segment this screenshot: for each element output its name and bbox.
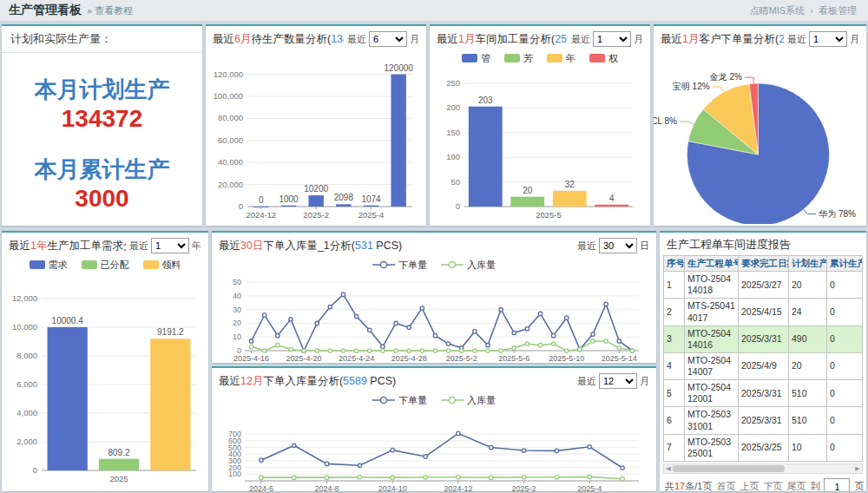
legend-swatch-icon [547, 54, 562, 62]
table-cell: 24 [789, 299, 827, 325]
legend-item[interactable]: 下单量 [372, 392, 427, 408]
svg-text:100,000: 100,000 [214, 91, 243, 101]
demand-bar-chart: 02,0004,0006,0008,00010,00012,00010000.4… [2, 274, 205, 490]
table-row[interactable]: 5MTO-2504120012025/3/315100 [664, 380, 863, 407]
view-tutorial-link[interactable]: » 查看教程 [87, 4, 133, 17]
table-row[interactable]: 6MTO-2503310012025/3/315100 [664, 407, 863, 434]
period-select[interactable]: 1 [151, 238, 189, 253]
legend-swatch-icon [30, 260, 45, 269]
legend-swatch-icon [462, 54, 477, 62]
table-cell: 2025/4/15 [739, 299, 789, 325]
table-cell: 3 [664, 325, 685, 352]
period-select[interactable]: 30 [599, 238, 637, 253]
period-select[interactable]: 6 [369, 31, 407, 47]
svg-text:2025-5: 2025-5 [536, 210, 562, 220]
mis-system-link[interactable]: 点晴MIS系统 [750, 5, 806, 16]
svg-text:金龙 2%: 金龙 2% [709, 72, 742, 82]
table-cell: 10 [789, 434, 827, 461]
svg-text:2024-12: 2024-12 [444, 484, 472, 491]
svg-text:60,000: 60,000 [218, 135, 243, 145]
table-cell: 0 [827, 434, 863, 461]
legend-item[interactable]: 芳 [504, 50, 533, 66]
svg-text:2025: 2025 [109, 474, 128, 483]
svg-text:8,000: 8,000 [16, 351, 37, 360]
last-page-link[interactable]: 尾页 [786, 480, 806, 491]
table-cell: 2025/3/29 [739, 461, 789, 462]
daily-line-chart: 010203040502025-4-162025-4-202025-4-2420… [212, 274, 653, 363]
table-row[interactable]: 1MTO-2504140182025/3/27200 [664, 272, 863, 299]
stat-actual-label: 本月累计生产 [2, 155, 202, 184]
table-cell: 2025/3/31 [739, 325, 789, 352]
svg-text:40,000: 40,000 [218, 157, 243, 167]
panel-title: 最近1年生产加工单需求分析(20000.8 [9, 239, 126, 253]
legend-item[interactable]: 年 [547, 50, 575, 66]
table-cell: 2025/4/9 [739, 352, 789, 379]
legend-item[interactable]: 入库量 [441, 392, 496, 408]
svg-text:80,000: 80,000 [218, 113, 243, 122]
svg-text:4: 4 [609, 194, 615, 203]
table-cell: 2 [664, 299, 685, 325]
table-cell: 20 [789, 352, 827, 379]
scroll-left-icon[interactable]: ◀ [664, 465, 673, 472]
table-cell: MTO-250322005 [685, 461, 739, 462]
monthly-line-chart: 1002003004005006007002024-62024-82024-10… [212, 410, 653, 491]
legend-item[interactable]: 需求 [30, 257, 68, 273]
period-select[interactable]: 1 [809, 31, 847, 47]
table-cell: 7 [664, 434, 685, 461]
period-control: 最近 1 月 [787, 31, 859, 47]
table-row[interactable]: 4MTO-2504140072025/4/9200 [664, 352, 863, 379]
panel-demand: 最近1年生产加工单需求分析(20000.8 最近 1 年 需求已分配领料 02,… [2, 231, 208, 491]
svg-text:宝明 12%: 宝明 12% [673, 82, 710, 91]
table-cell: 8 [664, 461, 685, 462]
table-header-row: 序号生产工程单号要求完工日期计划生产数累计生产数 [664, 256, 863, 272]
monthly-legend: 下单量入库量 [212, 392, 656, 410]
panel-plan-actual: 计划和实际生产量： 本月计划生产 134372 本月累计生产 3000 [2, 24, 202, 226]
period-select[interactable]: 1 [593, 31, 631, 47]
panel-monthly-orders: 最近12月下单入库量分析(5589 PCS) 最近 12 月 下单量入库量 10… [212, 366, 656, 491]
period-control: 最近 1 年 [129, 238, 201, 253]
table-cell: MTO-250325001 [685, 434, 739, 461]
next-page-link[interactable]: 下页 [763, 480, 782, 491]
table-cell: 0 [827, 380, 863, 407]
breadcrumb: 点晴MIS系统 › 看板管理 [747, 4, 859, 17]
svg-text:50: 50 [233, 278, 241, 286]
legend-item[interactable]: 管 [462, 50, 490, 66]
table-cell: 0 [827, 352, 863, 379]
period-select[interactable]: 12 [599, 373, 637, 389]
table-cell: MTO-250414007 [685, 352, 739, 379]
board-manage-link[interactable]: 看板管理 [819, 5, 857, 16]
prev-page-link[interactable]: 上页 [740, 480, 759, 491]
svg-text:250: 250 [446, 78, 460, 88]
scroll-right-icon[interactable]: ▶ [853, 465, 862, 472]
legend-item[interactable]: 已分配 [82, 257, 129, 273]
progress-table-body: 1MTO-2504140182025/3/272002MTS-250414017… [664, 272, 863, 462]
svg-text:2024-12: 2024-12 [246, 210, 276, 220]
legend-item[interactable]: 入库量 [441, 257, 496, 273]
table-row[interactable]: 2MTS-2504140172025/4/15240 [664, 299, 863, 325]
first-page-link[interactable]: 首页 [716, 480, 735, 491]
svg-text:2025-4-24: 2025-4-24 [339, 354, 374, 363]
svg-text:华为 78%: 华为 78% [819, 209, 856, 219]
legend-item[interactable]: 权 [589, 50, 618, 66]
svg-text:1000: 1000 [279, 194, 299, 204]
table-cell: 5 [664, 380, 685, 407]
svg-text:700: 700 [228, 430, 241, 438]
svg-text:30: 30 [233, 306, 241, 314]
table-row[interactable]: 8MTO-2503220052025/3/2911020 [664, 461, 863, 462]
table-cell: 6 [664, 407, 685, 434]
table-column-header: 序号 [664, 256, 685, 272]
table-cell: 0 [827, 272, 863, 299]
legend-item[interactable]: 领料 [143, 257, 181, 273]
customer-pie-chart: 华为 78%CL 8%宝明 12%金龙 2% [654, 50, 863, 224]
table-row[interactable]: 3MTO-2504140162025/3/314900 [664, 325, 863, 352]
svg-text:0: 0 [33, 465, 37, 475]
horizontal-scrollbar[interactable]: ◀ ▶ [663, 463, 863, 474]
svg-text:10,000: 10,000 [12, 322, 37, 332]
legend-swatch-icon [143, 260, 159, 269]
stat-panel-title: 计划和实际生产量： [2, 26, 202, 53]
goto-page-input[interactable] [824, 478, 850, 491]
legend-item[interactable]: 下单量 [372, 257, 427, 273]
scrollbar-thumb[interactable] [673, 465, 785, 472]
table-column-header: 累计生产数 [827, 256, 863, 272]
table-row[interactable]: 7MTO-2503250012025/3/25100 [664, 434, 863, 461]
